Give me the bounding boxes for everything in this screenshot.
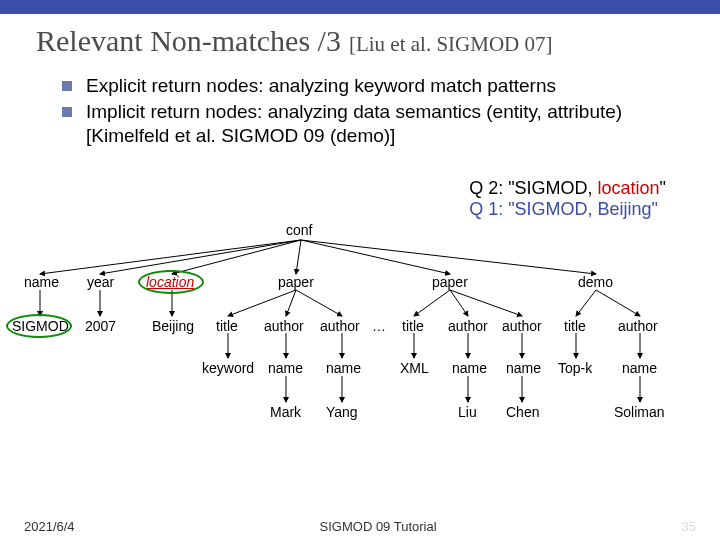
- node-topk: Top-k: [558, 360, 592, 376]
- node-conf: conf: [286, 222, 312, 238]
- node-demo: demo: [578, 274, 613, 290]
- query-q2: Q 2: "SIGMOD, location": [469, 178, 666, 199]
- bullet-icon: [62, 81, 72, 91]
- node-year: year: [87, 274, 114, 290]
- svg-line-4: [301, 240, 450, 274]
- footer: 2021/6/4 SIGMOD 09 Tutorial 35: [0, 519, 720, 534]
- svg-line-3: [296, 240, 301, 274]
- node-author-5: author: [618, 318, 658, 334]
- svg-line-10: [286, 290, 296, 316]
- bullet-text: Explicit return nodes: analyzing keyword…: [86, 74, 556, 98]
- node-name-3: name: [452, 360, 487, 376]
- svg-line-9: [228, 290, 296, 316]
- bullet-item: Explicit return nodes: analyzing keyword…: [62, 74, 680, 98]
- tree-diagram: conf name year location paper paper demo…: [0, 208, 720, 503]
- node-mark: Mark: [270, 404, 301, 420]
- node-keyword: keyword: [202, 360, 254, 376]
- node-name: name: [24, 274, 59, 290]
- node-name-2: name: [326, 360, 361, 376]
- node-title-2: title: [402, 318, 424, 334]
- node-name-4: name: [506, 360, 541, 376]
- node-xml: XML: [400, 360, 429, 376]
- node-yang: Yang: [326, 404, 358, 420]
- svg-line-16: [596, 290, 640, 316]
- svg-line-13: [450, 290, 468, 316]
- title-row: Relevant Non-matches /3 [Liu et al. SIGM…: [0, 14, 720, 70]
- q2-prefix: Q 2: "SIGMOD,: [469, 178, 597, 198]
- tree-lines: [0, 208, 720, 503]
- svg-line-2: [172, 240, 301, 274]
- node-beijing: Beijing: [152, 318, 194, 334]
- node-author-4: author: [502, 318, 542, 334]
- node-author-3: author: [448, 318, 488, 334]
- svg-line-1: [100, 240, 301, 274]
- q2-suffix: ": [660, 178, 666, 198]
- top-banner: [0, 0, 720, 14]
- q2-highlight: location: [598, 178, 660, 198]
- footer-date: 2021/6/4: [24, 519, 75, 534]
- bullet-list: Explicit return nodes: analyzing keyword…: [0, 70, 720, 153]
- bullet-icon: [62, 107, 72, 117]
- node-paper-2: paper: [432, 274, 468, 290]
- svg-line-15: [576, 290, 596, 316]
- node-soliman: Soliman: [614, 404, 665, 420]
- node-author-2: author: [320, 318, 360, 334]
- node-author-1: author: [264, 318, 304, 334]
- node-paper-1: paper: [278, 274, 314, 290]
- node-title-3: title: [564, 318, 586, 334]
- slide-title: Relevant Non-matches /3: [36, 24, 341, 58]
- slide-citation: [Liu et al. SIGMOD 07]: [349, 32, 553, 57]
- node-2007: 2007: [85, 318, 116, 334]
- node-chen: Chen: [506, 404, 539, 420]
- node-title-1: title: [216, 318, 238, 334]
- node-name-5: name: [622, 360, 657, 376]
- svg-line-12: [414, 290, 450, 316]
- footer-page: 35: [682, 519, 696, 534]
- node-sigmod: SIGMOD: [12, 318, 69, 334]
- bullet-text: Implicit return nodes: analyzing data se…: [86, 100, 680, 148]
- footer-title: SIGMOD 09 Tutorial: [320, 519, 437, 534]
- svg-line-5: [301, 240, 596, 274]
- svg-line-14: [450, 290, 522, 316]
- node-liu: Liu: [458, 404, 477, 420]
- bullet-item: Implicit return nodes: analyzing data se…: [62, 100, 680, 148]
- node-name-1: name: [268, 360, 303, 376]
- node-dots: …: [372, 318, 386, 334]
- node-location: location: [146, 274, 194, 290]
- svg-line-11: [296, 290, 342, 316]
- svg-line-0: [40, 240, 301, 274]
